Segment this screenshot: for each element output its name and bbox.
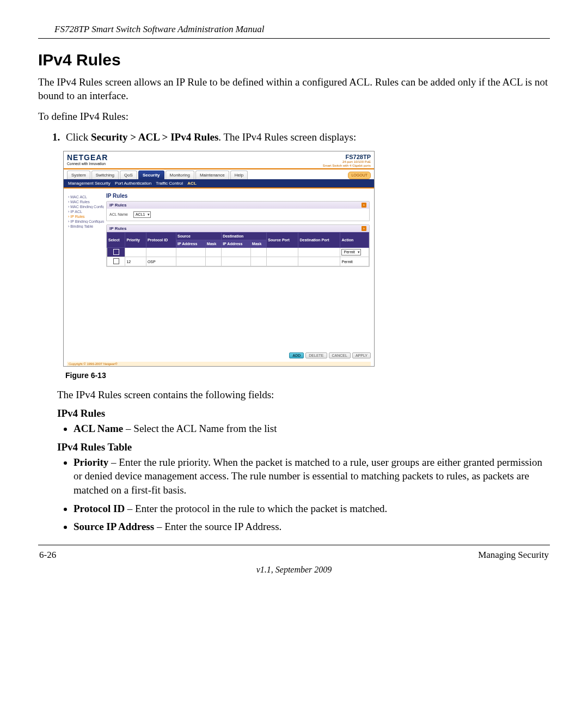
th-dstport: Destination Port [298, 233, 340, 248]
th-dst-ip: IP Address [222, 240, 251, 248]
sidebar-item-ip-acl[interactable]: › IP ACL [68, 210, 104, 214]
figure-label: Figure 6-13 [65, 371, 550, 380]
panel-rules-table: IP Rules › Select Priority Protocol ID S… [106, 224, 370, 267]
collapse-icon-2[interactable]: › [362, 226, 366, 231]
select-all-checkbox[interactable] [107, 248, 125, 257]
footer-section: Managing Security [478, 550, 549, 561]
tab-system[interactable]: System [67, 171, 90, 179]
list-item: ACL Name – Select the ACL Name from the … [74, 422, 550, 436]
brand-logo: NETGEAR [67, 154, 108, 161]
sidebar-item-binding-table[interactable]: › Binding Table [68, 224, 104, 228]
row-src-port [267, 257, 298, 266]
tab-monitoring[interactable]: Monitoring [166, 171, 194, 179]
desc-acl-name: – Select the ACL Name from the list [123, 423, 277, 434]
sidebar-item-mac-acl[interactable]: › MAC ACL [68, 195, 104, 199]
row-dst-ip [222, 257, 251, 266]
th-src-ip: IP Address [176, 240, 206, 248]
header-rule [38, 38, 550, 39]
th-action: Action [340, 233, 369, 248]
row-dst-port [298, 257, 340, 266]
subtab-mgmt-security[interactable]: Management Security [68, 181, 111, 186]
input-src-ip[interactable] [176, 248, 206, 257]
logout-button[interactable]: LOGOUT [348, 172, 371, 179]
input-src-port[interactable] [267, 248, 298, 257]
section-title: IPv4 Rules [38, 51, 550, 69]
model-number: FS728TP [323, 154, 371, 160]
panel1-title: IP Rules [109, 203, 126, 208]
rules-table: Select Priority Protocol ID Source Desti… [107, 232, 369, 266]
th-priority: Priority [125, 233, 146, 248]
term-priority: Priority [74, 457, 108, 468]
input-dst-mask[interactable] [250, 248, 266, 257]
term-source-ip: Source IP Address [74, 521, 154, 532]
acl-name-select[interactable]: ACL1 [133, 211, 151, 218]
group1-title: IPv4 Rules [57, 407, 550, 419]
th-source: Source [176, 233, 222, 240]
input-action[interactable]: Permit [340, 248, 369, 257]
apply-button[interactable]: APPLY [352, 352, 371, 358]
row-dst-mask [250, 257, 266, 266]
list-item: Protocol ID – Enter the protocol in the … [74, 502, 550, 516]
subtab-acl[interactable]: ACL [187, 181, 196, 186]
tab-qos[interactable]: QoS [120, 171, 137, 179]
step-1: Click Security > ACL > IPv4 Rules. The I… [63, 131, 550, 143]
group2-title: IPv4 Rules Table [57, 441, 550, 453]
subtab-traffic-control[interactable]: Traffic Control [156, 181, 183, 186]
tab-security[interactable]: Security [138, 171, 164, 179]
delete-button[interactable]: DELETE [305, 352, 327, 358]
tab-help[interactable]: Help [230, 171, 248, 179]
input-dst-ip[interactable] [222, 248, 251, 257]
input-src-mask[interactable] [205, 248, 221, 257]
screenshot-window: NETGEAR Connect with Innovation FS728TP … [63, 151, 375, 367]
after-figure-text: The IPv4 Rules screen contains the follo… [57, 388, 550, 402]
step-1-path: Security > ACL > IPv4 Rules [91, 131, 218, 143]
action-bar: ADD DELETE CANCEL APPLY [289, 352, 371, 358]
term-acl-name: ACL Name [74, 423, 123, 434]
row-protocol: OSP [146, 257, 176, 266]
footer-version: v1.1, September 2009 [38, 565, 550, 575]
list-item: Priority – Enter the rule priority. When… [74, 455, 550, 497]
row-src-mask [205, 257, 221, 266]
add-button[interactable]: ADD [289, 352, 304, 358]
step-1-prefix: Click [66, 131, 91, 143]
row-action: Permit [340, 257, 369, 266]
th-src-mask: Mask [205, 240, 221, 248]
model-line2: Smart Switch with 4 Gigabit ports [323, 164, 371, 167]
sidebar-item-ip-rules[interactable]: › IP Rules [68, 215, 104, 218]
doc-header: FS728TP Smart Switch Software Administra… [38, 22, 550, 38]
th-select: Select [107, 233, 125, 248]
collapse-icon[interactable]: › [362, 203, 366, 208]
th-destination: Destination [222, 233, 267, 240]
to-define-line: To define IPv4 Rules: [38, 110, 550, 124]
row-priority: 12 [125, 257, 146, 266]
sidebar-item-mac-rules[interactable]: › MAC Rules [68, 200, 104, 204]
sidebar-item-ip-binding[interactable]: › IP Binding Configuration [68, 220, 104, 223]
th-protocol: Protocol ID [146, 233, 176, 248]
input-priority[interactable] [125, 248, 146, 257]
desc-protocol-id: – Enter the protocol in the rule to whic… [125, 503, 387, 514]
sidebar-item-mac-binding[interactable]: › MAC Binding Configuration [68, 205, 104, 209]
th-srcport: Source Port [267, 233, 298, 248]
desc-priority: – Enter the rule priority. When the pack… [74, 457, 542, 496]
row-checkbox[interactable] [107, 257, 125, 266]
cancel-button[interactable]: CANCEL [329, 352, 351, 358]
term-protocol-id: Protocol ID [74, 503, 125, 514]
copyright-line: Copyright © 1996-2007 Netgear® [67, 362, 371, 366]
footer-page: 6-26 [39, 550, 56, 561]
input-protocol[interactable] [146, 248, 176, 257]
model-line1: 24-port 10/100 PoE [342, 160, 371, 163]
tab-switching[interactable]: Switching [91, 171, 119, 179]
row-src-ip [176, 257, 206, 266]
panel-acl-select: IP Rules › ACL Name ACL1 [106, 201, 370, 221]
panel2-title: IP Rules [109, 226, 126, 231]
input-dst-port[interactable] [298, 248, 340, 257]
sidebar: › MAC ACL › MAC Rules › MAC Binding Conf… [68, 194, 104, 229]
sub-tabs-row: Management Security Port Authentication … [64, 179, 374, 187]
intro-paragraph: The IPv4 Rules screen allows an IP Rule … [38, 76, 550, 102]
tab-maintenance[interactable]: Maintenance [195, 171, 229, 179]
brand-tagline: Connect with Innovation [67, 162, 106, 166]
acl-name-label: ACL Name [109, 212, 128, 216]
th-dst-mask: Mask [250, 240, 266, 248]
desc-source-ip: – Enter the source IP Address. [154, 521, 281, 532]
subtab-port-auth[interactable]: Port Authentication [115, 181, 151, 186]
